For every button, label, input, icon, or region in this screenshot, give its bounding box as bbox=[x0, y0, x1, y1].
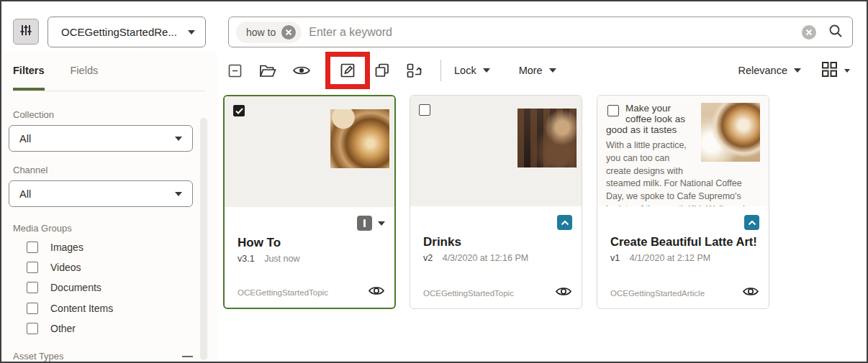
preview-eye-icon[interactable] bbox=[292, 64, 311, 77]
asset-version: v2 bbox=[423, 253, 433, 263]
preview-eye-icon[interactable] bbox=[555, 285, 572, 300]
asset-types-section-header[interactable]: Asset Types bbox=[13, 351, 193, 362]
asset-checkbox[interactable] bbox=[419, 104, 430, 116]
barista-thumbnail bbox=[517, 109, 577, 167]
add-to-collection-icon[interactable] bbox=[406, 63, 423, 78]
asset-checkbox-checked[interactable] bbox=[233, 105, 245, 116]
search-chip-label: how to bbox=[246, 27, 276, 38]
asset-types-label: Asset Types bbox=[13, 351, 64, 362]
copy-icon[interactable] bbox=[374, 63, 390, 78]
channel-value: All bbox=[19, 188, 31, 200]
sort-order-value: Relevance bbox=[738, 65, 787, 76]
asset-card-drinks[interactable]: Drinks v2 4/3/2020 at 12:16 PM OCEGettin… bbox=[410, 95, 582, 309]
asset-version-row: v3.1 Just now bbox=[238, 254, 299, 264]
images-label: Images bbox=[50, 242, 83, 253]
clear-search-icon[interactable] bbox=[802, 25, 816, 40]
published-status-badge[interactable] bbox=[744, 215, 759, 230]
edit-highlight-frame bbox=[325, 52, 370, 89]
sidebar-tabs: Filters Fields bbox=[13, 65, 205, 91]
status-badge-row bbox=[744, 215, 759, 230]
card-footer: OCEGettingStartedTopic bbox=[238, 285, 385, 300]
repository-selector-value: OCEGettingStartedRe... bbox=[61, 26, 177, 38]
asset-timestamp: Just now bbox=[264, 254, 299, 264]
chevron-down-icon bbox=[794, 68, 801, 73]
asset-version: v1 bbox=[610, 253, 620, 263]
chip-remove-icon[interactable] bbox=[281, 25, 296, 40]
asset-card-latte-art[interactable]: Make your coffee look as good as it tast… bbox=[597, 95, 769, 309]
tab-fields[interactable]: Fields bbox=[71, 65, 99, 91]
documents-label: Documents bbox=[50, 282, 101, 293]
media-group-row-videos: Videos bbox=[27, 259, 81, 275]
card-text-preview-area: Make your coffee look as good as it tast… bbox=[597, 96, 769, 206]
repository-selector-dropdown[interactable]: OCEGettingStartedRe... bbox=[48, 17, 206, 47]
asset-timestamp: 4/1/2020 at 2:12 PM bbox=[630, 253, 711, 263]
collapse-minus-icon[interactable] bbox=[182, 356, 193, 357]
collection-value: All bbox=[19, 133, 31, 144]
draft-status-badge[interactable] bbox=[357, 216, 372, 231]
media-group-row-content-items: Content Items bbox=[27, 300, 113, 316]
select-all-checkbox[interactable] bbox=[228, 64, 242, 78]
toolbar-right-group: Relevance bbox=[738, 61, 850, 80]
card-footer: OCEGettingStartedTopic bbox=[423, 285, 572, 300]
asset-type-label: OCEGettingStartedTopic bbox=[238, 288, 328, 297]
content-items-checkbox[interactable] bbox=[27, 303, 38, 314]
filters-sidebar: Filters Fields Collection All Channel Al… bbox=[1, 52, 217, 362]
grid-view-icon bbox=[821, 61, 838, 80]
search-input[interactable] bbox=[309, 26, 802, 39]
preview-eye-icon[interactable] bbox=[368, 285, 385, 300]
asset-version-row: v2 4/3/2020 at 12:16 PM bbox=[423, 253, 528, 263]
chevron-down-icon bbox=[188, 30, 195, 35]
filter-panel-toggle-button[interactable] bbox=[13, 19, 39, 45]
draft-bar-icon bbox=[363, 219, 366, 227]
asset-version-row: v1 4/1/2020 at 2:12 PM bbox=[610, 253, 710, 263]
media-groups-label: Media Groups bbox=[13, 223, 72, 234]
collection-label: Collection bbox=[13, 109, 54, 120]
videos-checkbox[interactable] bbox=[27, 262, 38, 273]
images-checkbox[interactable] bbox=[27, 242, 38, 253]
channel-dropdown[interactable]: All bbox=[9, 180, 193, 207]
card-media-area bbox=[225, 96, 394, 207]
documents-checkbox[interactable] bbox=[27, 282, 38, 293]
chevron-down-icon bbox=[844, 69, 850, 73]
status-badge-row bbox=[357, 216, 385, 231]
channel-label: Channel bbox=[13, 165, 48, 175]
lock-dropdown-button[interactable]: Lock bbox=[454, 65, 490, 76]
view-mode-dropdown[interactable] bbox=[821, 61, 850, 80]
asset-checkbox[interactable] bbox=[607, 105, 619, 116]
media-group-row-documents: Documents bbox=[27, 280, 101, 295]
asset-title: Create Beautiful Latte Art! bbox=[610, 235, 757, 249]
asset-manager-page: { "topbar": { "repository_selector": "OC… bbox=[0, 0, 868, 363]
asset-version: v3.1 bbox=[238, 254, 255, 264]
collection-dropdown[interactable]: All bbox=[9, 125, 193, 152]
sidebar-scrollbar[interactable] bbox=[200, 118, 207, 360]
asset-title: How To bbox=[238, 236, 281, 250]
other-checkbox[interactable] bbox=[27, 323, 38, 334]
asset-card-how-to[interactable]: How To v3.1 Just now OCEGettingStartedTo… bbox=[223, 95, 396, 309]
toolbar-divider bbox=[440, 60, 441, 81]
latte-art-thumbnail bbox=[330, 109, 389, 168]
lock-label: Lock bbox=[454, 65, 476, 76]
content-items-label: Content Items bbox=[50, 303, 113, 314]
more-dropdown-button[interactable]: More bbox=[519, 65, 556, 76]
chevron-down-icon[interactable] bbox=[378, 221, 385, 226]
sliders-icon bbox=[19, 23, 33, 40]
asset-timestamp: 4/3/2020 at 12:16 PM bbox=[443, 253, 529, 263]
other-label: Other bbox=[50, 323, 76, 334]
search-icon[interactable] bbox=[828, 23, 844, 42]
search-bar[interactable]: how to bbox=[228, 17, 853, 47]
asset-type-label: OCEGettingStartedTopic bbox=[423, 289, 514, 298]
media-group-row-other: Other bbox=[27, 321, 76, 336]
tab-filters[interactable]: Filters bbox=[13, 65, 45, 91]
published-status-badge[interactable] bbox=[557, 215, 572, 230]
chevron-down-icon bbox=[175, 192, 182, 196]
assets-toolbar: Lock More Relevance bbox=[228, 57, 850, 84]
preview-eye-icon[interactable] bbox=[742, 285, 759, 300]
asset-type-label: OCEGettingStartedArticle bbox=[610, 289, 705, 298]
sort-order-dropdown[interactable]: Relevance bbox=[738, 65, 801, 76]
edit-icon[interactable] bbox=[339, 62, 356, 79]
card-footer: OCEGettingStartedArticle bbox=[610, 285, 759, 300]
search-chip[interactable]: how to bbox=[236, 22, 302, 43]
card-media-area bbox=[410, 96, 582, 206]
chevron-down-icon bbox=[175, 137, 182, 141]
open-folder-icon[interactable] bbox=[259, 63, 276, 78]
